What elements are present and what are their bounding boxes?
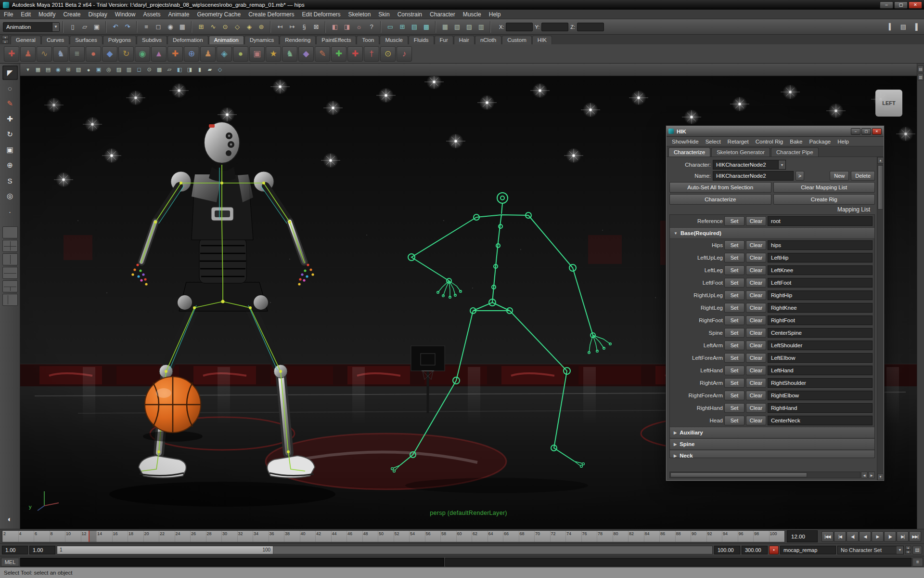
clear-button[interactable]: Clear [746,416,766,425]
menu-item[interactable]: Edit Deformers [298,11,345,18]
channel-box-tab-icon[interactable]: ▤ [918,66,924,72]
shelf-tab[interactable]: Custom [502,36,532,44]
menu-item[interactable]: Constrain [394,11,426,18]
hik-menu-item[interactable]: Select [702,139,724,144]
character-dropdown[interactable]: HIKCharacterNode2 ▼ [713,160,786,170]
panel-toolbar-icon[interactable]: ◻ [134,65,144,75]
shelf-icon[interactable]: ★ [266,46,281,62]
set-button[interactable]: Set [724,341,744,350]
menu-item[interactable]: Window [111,11,140,18]
collapsed-section-header[interactable]: Auxiliary [670,427,874,438]
output-connections-icon[interactable]: ↦ [286,21,298,33]
menu-item[interactable]: Skin [374,11,393,18]
mapping-value-field[interactable]: CenterSpine [768,328,873,338]
menu-item[interactable]: Animate [164,11,193,18]
panel-toolbar-icon[interactable]: ◉ [53,65,63,75]
make-live-icon[interactable]: ◈ [244,21,255,33]
current-time-field[interactable]: 12.00 [787,530,818,542]
x-coordinate-field[interactable] [506,23,533,31]
select-tool-icon[interactable]: ◤ [2,66,18,80]
playback-start-field[interactable]: 1.00 [29,546,55,554]
step-forward-key-button[interactable] [897,531,909,542]
shelf-tab[interactable]: Subdivs [137,36,167,44]
show-tool-settings-icon[interactable]: ▤ [898,21,909,33]
mapping-value-field[interactable]: LeftKnee [768,265,873,275]
shelf-icon[interactable]: ◆ [298,46,314,62]
panel-toolbar-icon[interactable]: ◧ [175,65,184,75]
shelf-icon[interactable]: ♞ [282,46,297,62]
scroll-right-icon[interactable]: ▶ [868,472,875,478]
shelf-icon[interactable]: ⊙ [380,46,396,62]
menu-item[interactable]: Skeleton [345,11,375,18]
safe-action-icon[interactable]: ▥ [475,21,487,33]
render-settings-icon[interactable]: ☼ [353,21,365,33]
layout-outliner-persp-button[interactable] [2,294,18,306]
set-button[interactable]: Set [724,366,744,375]
snap-to-point-icon[interactable]: ⊙ [219,21,231,33]
clear-button[interactable]: Clear [746,315,766,325]
set-button[interactable]: Set [724,378,744,388]
step-forward-frame-button[interactable] [884,531,896,542]
shelf-icon[interactable]: ✚ [4,46,19,62]
selection-mask-icon[interactable]: ▦ [177,21,188,33]
panel-toolbar-icon[interactable]: ▧ [74,65,83,75]
shelf-tab[interactable]: Muscle [380,36,408,44]
menu-item[interactable]: File [0,11,17,18]
shelf-icon[interactable]: ● [86,46,101,62]
mapping-value-field[interactable]: LeftElbow [768,353,873,363]
new-scene-icon[interactable]: ▯ [67,21,78,33]
set-button[interactable]: Set [724,353,744,363]
render-current-frame-icon[interactable]: ◧ [329,21,341,33]
shelf-icon[interactable]: ✎ [315,46,330,62]
command-language-toggle[interactable]: MEL [1,558,19,566]
universal-manipulator-icon[interactable]: ⊕ [2,158,18,172]
clear-button[interactable]: Clear [746,391,766,400]
playback-end-field[interactable]: 100.00 [714,546,740,554]
minimize-button[interactable] [880,1,893,9]
shelf-tab[interactable]: Dynamics [244,36,279,44]
character-set-dropdown[interactable]: No Character Set ▼ [837,546,904,554]
save-scene-icon[interactable]: ▣ [91,21,103,33]
shelf-icon[interactable]: ✚ [347,46,363,62]
scroll-up-icon[interactable]: ▲ [877,157,884,164]
set-button[interactable]: Set [724,290,744,300]
menu-item[interactable]: Assets [139,11,164,18]
name-expand-button[interactable]: > [796,171,804,181]
shelf-icon[interactable]: ▣ [249,46,265,62]
scroll-down-icon[interactable]: ▼ [877,473,884,480]
hik-horizontal-scrollbar[interactable]: ◀ ▶ [669,472,875,478]
set-button[interactable]: Set [724,265,744,275]
clear-button[interactable]: Clear [746,216,766,226]
shelf-tab[interactable]: Curves [41,36,69,44]
mapping-value-field[interactable]: LeftShoulder [768,341,873,350]
set-button[interactable]: Set [724,216,744,226]
hik-menu-item[interactable]: Show/Hide [668,139,702,144]
menu-item[interactable]: Edit [17,11,35,18]
clear-button[interactable]: Clear [746,253,766,263]
shelf-icon[interactable]: ◉ [135,46,150,62]
scale-tool-icon[interactable]: ▣ [2,143,18,157]
clear-button[interactable]: Clear [746,290,766,300]
z-coordinate-field[interactable] [577,23,604,31]
shelf-tab[interactable]: General [11,36,41,44]
menu-item[interactable]: Create Deformers [244,11,298,18]
open-scene-icon[interactable]: ▱ [79,21,90,33]
shelf-tab[interactable]: Fluids [409,36,434,44]
menu-item[interactable]: Help [485,11,505,18]
collapsed-section-header[interactable]: Neck [670,450,874,458]
hik-tab[interactable]: Skeleton Generator [711,147,770,157]
shelf-icon[interactable]: ◈ [217,46,232,62]
animation-end-field[interactable]: 300.00 [742,546,768,554]
y-coordinate-field[interactable] [541,23,568,31]
current-time-indicator[interactable] [89,531,96,542]
scrollbar-track[interactable] [877,164,884,473]
shelf-tab[interactable]: Polygons [103,36,136,44]
set-button[interactable]: Set [724,278,744,288]
shelf-icon[interactable]: ♪ [397,46,412,62]
shelf-icon[interactable]: † [364,46,379,62]
layout-two-pane-side-button[interactable] [2,253,18,265]
hik-tab[interactable]: Character Pipe [771,147,819,157]
layout-two-pane-stacked-button[interactable] [2,267,18,279]
panel-toolbar-icon[interactable]: ▩ [154,65,164,75]
shelf-icon[interactable]: ♟ [20,46,36,62]
